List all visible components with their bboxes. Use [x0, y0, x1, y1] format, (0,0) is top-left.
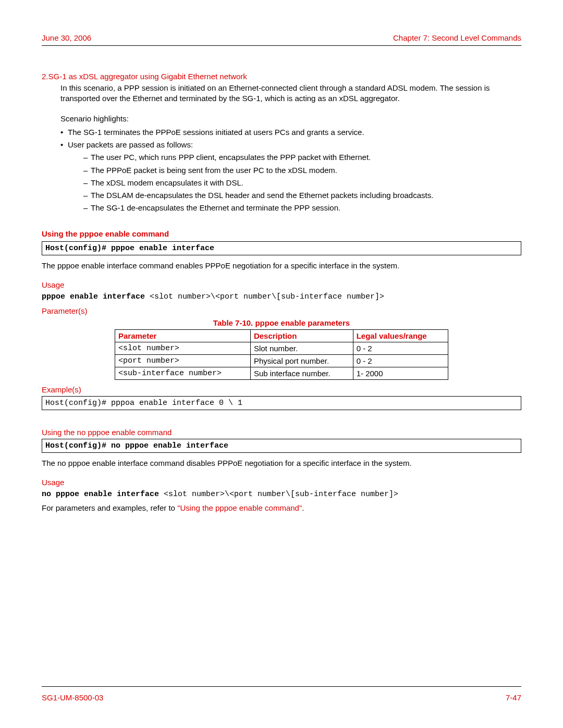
- dash-0: The user PC, which runs PPP client, enca…: [83, 152, 521, 163]
- noenable-ref-suffix: .: [302, 503, 304, 512]
- noenable-usage-bold: no pppoe enable interface: [42, 490, 164, 499]
- footer-page: 7-47: [506, 693, 521, 702]
- dash-2: The xDSL modem encapsulates it with DSL.: [83, 178, 521, 188]
- enable-params-label: Parameter(s): [42, 306, 521, 315]
- enable-usage-rest: <slot number>\<port number\[sub-interfac…: [150, 292, 384, 301]
- noenable-usage-syntax: no pppoe enable interface <slot number>\…: [42, 489, 521, 499]
- noenable-cmd: Host(config)# no pppoe enable interface: [42, 439, 521, 453]
- cell-r1: 0 - 2: [353, 354, 448, 367]
- dash-1: The PPPoE packet is being sent from the …: [83, 165, 521, 176]
- th-description: Description: [250, 329, 353, 342]
- enable-cmd: Host(config)# pppoe enable interface: [42, 241, 521, 255]
- dash-4: The SG-1 de-encapsulates the Ethernet an…: [83, 203, 521, 213]
- enable-heading: Using the pppoe enable command: [42, 229, 521, 238]
- header-date: June 30, 2006: [42, 33, 91, 42]
- scenario-title: SG-1 as xDSL aggregator using Gigabit Et…: [48, 72, 247, 81]
- footer-rule: [42, 686, 521, 687]
- bullet-1: User packets are passed as follows: The …: [60, 140, 521, 214]
- table-caption: Table 7-10. pppoe enable parameters: [42, 318, 521, 327]
- noenable-usage-label: Usage: [42, 478, 521, 487]
- noenable-ref-link[interactable]: "Using the pppoe enable command": [177, 503, 302, 512]
- scenario-title-line: 2.SG-1 as xDSL aggregator using Gigabit …: [42, 72, 521, 81]
- table-row: <sub-interface number> Sub interface num…: [115, 367, 448, 379]
- enable-desc: The pppoe enable interface command enabl…: [42, 261, 521, 271]
- bullet-0: The SG-1 terminates the PPPoE sessions i…: [60, 127, 521, 138]
- table-row: <slot number> Slot number. 0 - 2: [115, 342, 448, 354]
- params-table: Parameter Description Legal values/range…: [115, 329, 448, 380]
- noenable-desc: The no pppoe enable interface command di…: [42, 458, 521, 468]
- header-chapter: Chapter 7: Second Level Commands: [393, 33, 521, 42]
- bullet-1-text: User packets are passed as follows:: [68, 140, 193, 149]
- th-range: Legal values/range: [353, 329, 448, 342]
- enable-usage-bold: pppoe enable interface: [42, 292, 150, 301]
- cell-p0: <slot number>: [115, 342, 251, 354]
- cell-d1: Physical port number.: [250, 354, 353, 367]
- noenable-usage-rest: <slot number>\<port number\[sub-interfac…: [164, 490, 398, 499]
- cell-d0: Slot number.: [250, 342, 353, 354]
- cell-d2: Sub interface number.: [250, 367, 353, 379]
- noenable-ref-prefix: For parameters and examples, refer to: [42, 503, 177, 512]
- scenario-highlights-label: Scenario highlights:: [60, 114, 521, 124]
- enable-usage-syntax: pppoe enable interface <slot number>\<po…: [42, 291, 521, 301]
- cell-r2: 1- 2000: [353, 367, 448, 379]
- cell-r0: 0 - 2: [353, 342, 448, 354]
- th-parameter: Parameter: [115, 329, 251, 342]
- scenario-body: In this scenario, a PPP session is initi…: [60, 83, 521, 104]
- noenable-ref-line: For parameters and examples, refer to "U…: [42, 503, 521, 513]
- cell-p2: <sub-interface number>: [115, 367, 251, 379]
- enable-example-code: Host(config)# pppoa enable interface 0 \…: [42, 396, 521, 410]
- scenario-number: 2.: [42, 72, 48, 81]
- table-row: <port number> Physical port number. 0 - …: [115, 354, 448, 367]
- enable-examples-label: Example(s): [42, 385, 521, 394]
- noenable-heading: Using the no pppoe enable command: [42, 428, 521, 437]
- footer-doc: SG1-UM-8500-03: [42, 693, 103, 702]
- cell-p1: <port number>: [115, 354, 251, 367]
- enable-usage-label: Usage: [42, 280, 521, 289]
- dash-3: The DSLAM de-encapsulates the DSL header…: [83, 190, 521, 201]
